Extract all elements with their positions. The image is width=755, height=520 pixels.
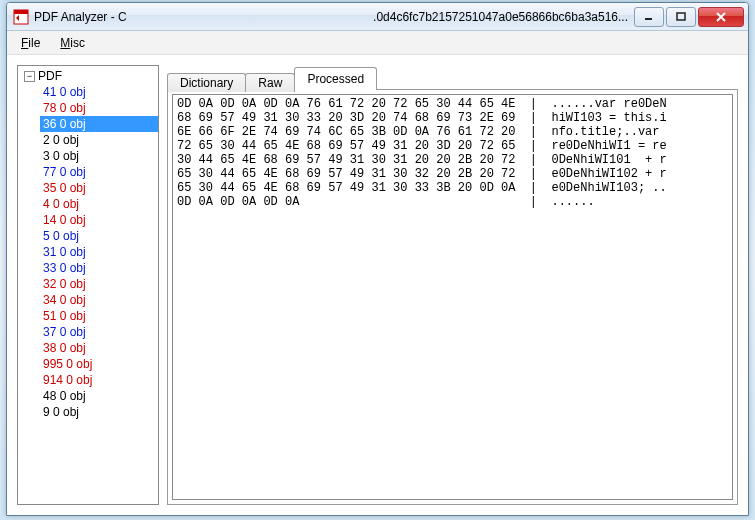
tree-item[interactable]: 914 0 obj: [40, 372, 158, 388]
tree-item[interactable]: 3 0 obj: [40, 148, 158, 164]
detail-panel: Dictionary Raw Processed 0D 0A 0D 0A 0D …: [167, 65, 738, 505]
tree-item[interactable]: 995 0 obj: [40, 356, 158, 372]
tree-item[interactable]: 32 0 obj: [40, 276, 158, 292]
window-buttons: [632, 7, 744, 27]
close-button[interactable]: [698, 7, 744, 27]
tree-item[interactable]: 41 0 obj: [40, 84, 158, 100]
tree-item[interactable]: 33 0 obj: [40, 260, 158, 276]
tree-item[interactable]: 37 0 obj: [40, 324, 158, 340]
tab-dictionary[interactable]: Dictionary: [167, 73, 246, 92]
tree-item[interactable]: 2 0 obj: [40, 132, 158, 148]
tree-item[interactable]: 35 0 obj: [40, 180, 158, 196]
tree-item[interactable]: 4 0 obj: [40, 196, 158, 212]
tab-processed[interactable]: Processed: [294, 67, 377, 90]
menubar: File Misc: [7, 31, 748, 55]
minimize-button[interactable]: [634, 7, 664, 27]
menu-misc[interactable]: Misc: [52, 34, 93, 52]
hex-view[interactable]: 0D 0A 0D 0A 0D 0A 76 61 72 20 72 65 30 4…: [172, 94, 733, 500]
menu-file[interactable]: File: [13, 34, 48, 52]
tree-item[interactable]: 78 0 obj: [40, 100, 158, 116]
maximize-button[interactable]: [666, 7, 696, 27]
collapse-icon[interactable]: −: [24, 71, 35, 82]
tab-page: 0D 0A 0D 0A 0D 0A 76 61 72 20 72 65 30 4…: [167, 89, 738, 505]
tab-raw[interactable]: Raw: [245, 73, 295, 92]
tree-item[interactable]: 34 0 obj: [40, 292, 158, 308]
tree-root-label: PDF: [38, 69, 62, 83]
tree-root[interactable]: − PDF: [22, 68, 158, 84]
window-title-path: .0d4c6fc7b2157251047a0e56866bc6ba3a516..…: [373, 10, 628, 24]
app-icon: [13, 9, 29, 25]
tree-children: 41 0 obj78 0 obj36 0 obj2 0 obj3 0 obj77…: [40, 84, 158, 420]
tree-item[interactable]: 9 0 obj: [40, 404, 158, 420]
window-title: PDF Analyzer - C: [34, 10, 127, 24]
content-area: − PDF 41 0 obj78 0 obj36 0 obj2 0 obj3 0…: [7, 55, 748, 515]
tree-item[interactable]: 5 0 obj: [40, 228, 158, 244]
tree-item[interactable]: 14 0 obj: [40, 212, 158, 228]
tree-item[interactable]: 36 0 obj: [40, 116, 158, 132]
tabs: Dictionary Raw Processed: [167, 65, 738, 89]
svg-rect-1: [14, 10, 28, 14]
svg-rect-3: [677, 13, 685, 20]
object-tree[interactable]: − PDF 41 0 obj78 0 obj36 0 obj2 0 obj3 0…: [17, 65, 159, 505]
tree-item[interactable]: 48 0 obj: [40, 388, 158, 404]
tree-item[interactable]: 51 0 obj: [40, 308, 158, 324]
tree-item[interactable]: 31 0 obj: [40, 244, 158, 260]
titlebar[interactable]: PDF Analyzer - C .0d4c6fc7b2157251047a0e…: [7, 3, 748, 31]
tree-item[interactable]: 77 0 obj: [40, 164, 158, 180]
tree-item[interactable]: 38 0 obj: [40, 340, 158, 356]
app-window: PDF Analyzer - C .0d4c6fc7b2157251047a0e…: [6, 2, 749, 516]
